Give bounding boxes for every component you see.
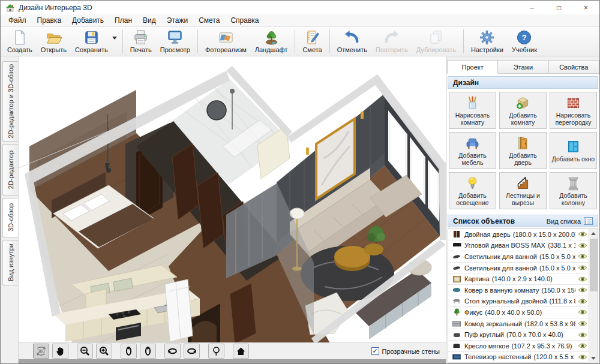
list-item[interactable]: Телевизор настенный(120.0 x 5.5 x 7... xyxy=(448,352,589,363)
close-button[interactable]: × xyxy=(572,1,599,14)
save-dropdown-arrow[interactable] xyxy=(112,28,119,55)
undo-button[interactable]: Отменить xyxy=(333,28,371,55)
tab-2d-and-3d[interactable]: 2D-редактор и 3D-обзор xyxy=(2,61,18,142)
maximize-button[interactable]: □ xyxy=(545,1,572,14)
visibility-eye-icon[interactable] xyxy=(578,287,587,293)
duplicate-button[interactable]: Дублировать xyxy=(412,28,460,55)
new-project-button[interactable]: Создать xyxy=(3,28,37,55)
menu-file[interactable]: Файл xyxy=(3,14,32,26)
scrollbar-track[interactable] xyxy=(589,238,598,354)
photorealism-icon xyxy=(218,29,234,46)
menu-floors[interactable]: Этажи xyxy=(161,14,193,26)
scroll-down-arrow[interactable] xyxy=(589,354,598,363)
menu-estimate[interactable]: Смета xyxy=(193,14,225,26)
list-scrollbar[interactable] xyxy=(589,229,598,363)
tab-properties[interactable]: Свойства xyxy=(548,60,599,74)
rotate-360-icon: 360 xyxy=(35,345,47,357)
visibility-eye-icon[interactable] xyxy=(578,231,587,237)
add-door-button[interactable]: Добавить дверь xyxy=(499,132,547,169)
3d-viewport[interactable] xyxy=(19,56,446,342)
tab-inside-view[interactable]: Вид изнутри xyxy=(2,240,18,285)
print-button[interactable]: Печать xyxy=(126,28,156,55)
bathroom-mirror[interactable] xyxy=(207,101,226,120)
tutorial-button[interactable]: ? Учебник xyxy=(508,28,541,55)
scrollbar-thumb[interactable] xyxy=(590,239,598,291)
open-project-button[interactable]: Открыть xyxy=(37,28,71,55)
visibility-eye-icon[interactable] xyxy=(578,309,587,315)
fridge[interactable] xyxy=(165,279,193,342)
visibility-eye-icon[interactable] xyxy=(578,264,587,271)
menu-add[interactable]: Добавить xyxy=(67,14,109,26)
zoom-in-icon xyxy=(99,346,109,356)
preview-button[interactable]: Просмотр xyxy=(156,28,194,55)
lighting-button[interactable] xyxy=(208,344,224,359)
menu-view[interactable]: Вид xyxy=(137,14,161,26)
stairs-button[interactable]: Лестницы и вырезы xyxy=(499,172,547,209)
visibility-eye-icon[interactable] xyxy=(578,332,587,338)
menu-help[interactable]: Справка xyxy=(225,14,264,26)
list-item[interactable]: Фикус(40.0 x 40.0 x 50.0) xyxy=(448,307,589,318)
add-furniture-button[interactable]: Добавить мебель xyxy=(449,132,496,169)
landscape-button[interactable]: Ландшафт xyxy=(251,28,292,55)
list-item[interactable]: Угловой диван BOSS MAX(338.1 x 183... xyxy=(448,240,589,252)
visibility-eye-icon[interactable] xyxy=(578,342,587,349)
visibility-eye-icon[interactable] xyxy=(578,242,587,249)
rotate-vertical-ccw-button[interactable] xyxy=(121,344,137,359)
main-toolbar: Создать Открыть Сохранить xyxy=(1,27,599,56)
list-item[interactable]: Комод зеркальный(182.0 x 53.8 x 98.0) xyxy=(448,318,589,330)
zoom-out-button[interactable] xyxy=(77,344,93,359)
wall-sconce[interactable] xyxy=(306,148,309,155)
list-item[interactable]: Двойная дверь(180.0 x 15.0 x 200.0) xyxy=(448,229,589,240)
duplicate-icon xyxy=(428,29,444,46)
list-item[interactable]: Пуф круглый(70.0 x 70.0 x 40.0) xyxy=(448,329,589,341)
add-light-button[interactable]: Добавить освещение xyxy=(449,172,496,209)
visibility-eye-icon[interactable] xyxy=(578,354,587,360)
print-icon xyxy=(133,29,149,46)
add-window-button[interactable]: Добавить окно xyxy=(550,132,597,169)
tab-floors[interactable]: Этажи xyxy=(497,60,548,74)
list-item[interactable]: Светильник для ванной(15.0 x 5.0 x 3... xyxy=(448,251,589,263)
photorealism-button[interactable]: Фотореализм xyxy=(201,28,251,55)
coffee-table-icon xyxy=(452,297,461,305)
tab-3d-view[interactable]: 3D-обзор xyxy=(2,198,18,237)
scroll-up-arrow[interactable] xyxy=(589,229,598,238)
list-view-icon[interactable] xyxy=(584,217,593,225)
list-item[interactable]: Светильник для ванной(15.0 x 5.0 x 3... xyxy=(448,263,589,274)
draw-partition-button[interactable]: Нарисовать перегородку xyxy=(550,92,597,129)
add-window-icon xyxy=(565,139,581,155)
open-folder-icon xyxy=(46,29,62,46)
home-view-button[interactable] xyxy=(233,344,249,359)
add-column-button[interactable]: Добавить колонну xyxy=(550,172,597,209)
tab-project[interactable]: Проект xyxy=(447,60,498,74)
draw-room-button[interactable]: Нарисовать комнату xyxy=(449,92,496,129)
redo-button[interactable]: Повторить xyxy=(371,28,412,55)
list-item[interactable]: Картина(140.0 x 2.9 x 140.0) xyxy=(448,273,589,285)
visibility-eye-icon[interactable] xyxy=(578,276,587,282)
settings-button[interactable]: Настройки xyxy=(467,28,508,55)
tab-2d-editor[interactable]: 2D-редактор xyxy=(2,144,18,195)
list-item[interactable]: Ковер в ванную комнату(150.0 x 150.... xyxy=(448,285,589,296)
estimate-button[interactable]: Смета xyxy=(298,28,326,55)
add-room-button[interactable]: Добавить комнату xyxy=(499,92,547,129)
menu-edit[interactable]: Правка xyxy=(32,14,67,26)
3d-apartment-scene[interactable] xyxy=(19,56,446,342)
visibility-eye-icon[interactable] xyxy=(578,298,587,305)
checkbox-checked-icon[interactable]: ✓ xyxy=(371,347,379,355)
add-room-icon xyxy=(515,95,531,111)
minimize-button[interactable]: – xyxy=(518,1,545,14)
menu-plan[interactable]: План xyxy=(109,14,137,26)
orbit-right-button[interactable] xyxy=(184,344,200,359)
save-project-button[interactable]: Сохранить xyxy=(71,28,112,55)
visibility-eye-icon[interactable] xyxy=(578,320,587,327)
list-item[interactable]: Стол журнальный двойной(111.8 x 8... xyxy=(448,296,589,308)
transparent-walls-toggle[interactable]: ✓ Прозрачные стены xyxy=(371,347,440,355)
open-door[interactable] xyxy=(230,283,256,342)
orbit-left-button[interactable] xyxy=(164,344,181,359)
rotate-vertical-cw-button[interactable] xyxy=(140,344,156,359)
visibility-eye-icon[interactable] xyxy=(578,253,587,260)
zoom-in-button[interactable] xyxy=(96,344,112,359)
pan-button[interactable] xyxy=(52,344,68,359)
wall-sconce[interactable] xyxy=(361,112,364,119)
rotate-360-button[interactable]: 360 xyxy=(33,344,49,359)
list-item[interactable]: Кресло мягкое(107.2 x 95.3 x 76.9) xyxy=(448,341,589,352)
